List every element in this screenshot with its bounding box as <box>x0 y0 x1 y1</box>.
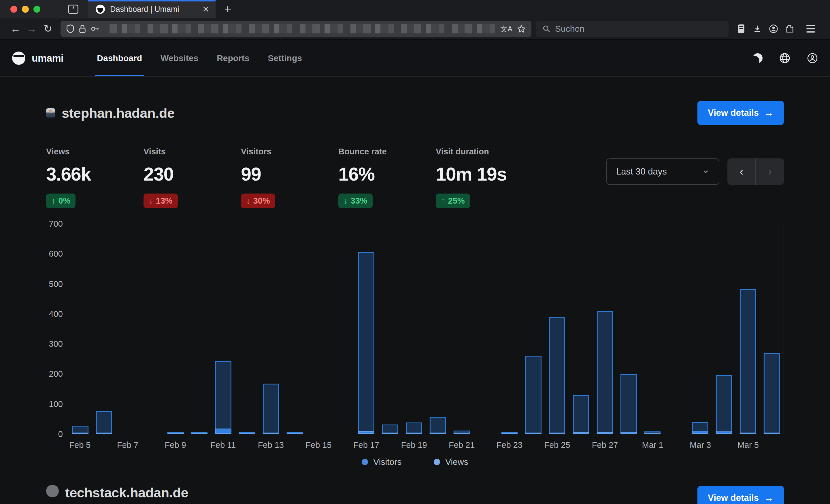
bar-views-mar-4[interactable] <box>716 375 732 434</box>
key-icon[interactable] <box>91 25 100 33</box>
bar-views-feb-19[interactable] <box>406 423 422 434</box>
bar-views-feb-11[interactable] <box>215 361 231 434</box>
bar-visitors-mar-5[interactable] <box>740 433 756 434</box>
x-tick-feb-23: Feb 23 <box>497 440 522 450</box>
bar-visitors-feb-23[interactable] <box>501 433 517 434</box>
search-bar[interactable]: Suchen <box>536 21 729 37</box>
bookmark-star-icon[interactable] <box>517 25 526 33</box>
bar-views-feb-26[interactable] <box>573 395 589 434</box>
bar-views-feb-13[interactable] <box>263 383 279 434</box>
toolbar-divider <box>802 24 802 34</box>
bar-visitors-feb-28[interactable] <box>620 432 637 434</box>
date-range-dropdown[interactable]: Last 30 days <box>606 158 719 185</box>
x-tick-feb-9: Feb 9 <box>165 440 186 450</box>
metric-change-badge: ↓30% <box>241 194 275 208</box>
bar-visitors-feb-20[interactable] <box>430 433 446 434</box>
x-tick-feb-15: Feb 15 <box>306 440 331 450</box>
chart-slot-feb-22 <box>474 224 498 434</box>
next-period-button: › <box>755 158 784 185</box>
lock-icon[interactable] <box>79 25 86 33</box>
next-view-details-button[interactable]: View details → <box>697 486 784 504</box>
chart-slot-feb-15 <box>307 224 330 434</box>
app-navbar: umami DashboardWebsitesReportsSettings <box>0 40 830 77</box>
bar-visitors-feb-17[interactable] <box>358 431 374 434</box>
next-view-details-label: View details <box>708 493 759 503</box>
firefox-view-icon[interactable] <box>733 24 749 34</box>
bar-views-feb-27[interactable] <box>597 311 613 434</box>
bar-visitors-mar-3[interactable] <box>692 431 708 434</box>
reload-button[interactable]: ↻ <box>40 23 56 35</box>
bar-visitors-feb-18[interactable] <box>382 433 398 434</box>
bar-visitors-feb-21[interactable] <box>454 433 470 434</box>
bar-views-mar-6[interactable] <box>764 353 780 434</box>
chart-slot-feb-12 <box>235 224 259 434</box>
sidebar-toggle-icon[interactable] <box>68 5 78 14</box>
close-window-button[interactable] <box>10 6 17 13</box>
bar-views-feb-24[interactable] <box>525 356 541 434</box>
umami-favicon <box>96 5 105 14</box>
brand[interactable]: umami <box>12 40 63 76</box>
chart-slot-feb-5 <box>68 224 92 434</box>
chart-slot-feb-8 <box>140 224 164 434</box>
nav-item-dashboard[interactable]: Dashboard <box>88 40 151 76</box>
bar-views-feb-17[interactable] <box>358 252 374 434</box>
bar-visitors-feb-9[interactable] <box>167 433 184 434</box>
menu-icon[interactable] <box>806 25 823 33</box>
view-details-button[interactable]: View details → <box>697 101 784 125</box>
bar-views-feb-28[interactable] <box>620 374 637 434</box>
bar-visitors-feb-12[interactable] <box>239 433 255 434</box>
tab-close-icon[interactable]: ✕ <box>202 5 209 14</box>
x-tick-feb-11: Feb 11 <box>211 440 236 450</box>
legend-dot-icon <box>362 459 368 465</box>
bar-visitors-mar-4[interactable] <box>716 431 732 434</box>
metric-visitors: Visitors99↓30% <box>241 147 338 208</box>
bar-visitors-feb-27[interactable] <box>597 432 613 434</box>
bar-visitors-feb-13[interactable] <box>263 433 279 434</box>
bar-visitors-feb-6[interactable] <box>96 433 112 434</box>
maximize-window-button[interactable] <box>33 6 40 13</box>
chart-slot-mar-6 <box>760 224 784 434</box>
arrow-up-icon: ↑ <box>441 196 445 206</box>
browser-tab[interactable]: Dashboard | Umami ✕ <box>88 0 216 19</box>
y-tick-700: 700 <box>49 219 63 229</box>
nav-item-websites[interactable]: Websites <box>151 40 208 76</box>
nav-item-settings[interactable]: Settings <box>259 40 311 76</box>
url-bar[interactable]: 文A <box>61 21 532 37</box>
metric-label: Visitors <box>241 147 338 156</box>
bar-visitors-mar-6[interactable] <box>764 433 780 434</box>
bar-visitors-feb-11[interactable] <box>215 429 231 434</box>
theme-moon-icon[interactable] <box>753 53 763 63</box>
chart-slot-feb-25 <box>545 224 569 434</box>
extensions-icon[interactable] <box>781 25 798 33</box>
arrow-right-icon: → <box>764 493 773 503</box>
minimize-window-button[interactable] <box>22 6 29 13</box>
downloads-icon[interactable] <box>749 25 765 33</box>
translate-icon[interactable]: 文A <box>500 24 512 34</box>
shield-icon[interactable] <box>66 25 74 33</box>
bar-visitors-feb-19[interactable] <box>406 433 422 434</box>
bar-views-feb-6[interactable] <box>96 411 112 434</box>
next-website-section: techstack.hadan.de View details → <box>46 485 784 504</box>
bar-visitors-feb-14[interactable] <box>287 433 303 434</box>
bar-visitors-feb-10[interactable] <box>191 433 208 434</box>
bar-views-mar-5[interactable] <box>740 289 756 434</box>
bar-visitors-mar-1[interactable] <box>644 433 661 434</box>
account-icon[interactable] <box>765 24 781 33</box>
bar-visitors-feb-26[interactable] <box>573 432 589 434</box>
x-tick-feb-5: Feb 5 <box>69 440 91 450</box>
prev-period-button[interactable]: ‹ <box>727 158 755 185</box>
bar-views-feb-20[interactable] <box>430 417 446 434</box>
bar-visitors-feb-25[interactable] <box>549 433 565 434</box>
back-button[interactable]: ← <box>7 23 24 35</box>
legend-dot-icon <box>434 459 440 465</box>
bar-visitors-feb-5[interactable] <box>72 433 88 434</box>
legend-item-views[interactable]: Views <box>434 457 468 467</box>
nav-item-reports[interactable]: Reports <box>208 40 258 76</box>
new-tab-button[interactable]: + <box>224 3 231 15</box>
bar-visitors-feb-24[interactable] <box>525 433 541 434</box>
bar-views-feb-25[interactable] <box>549 317 565 434</box>
language-globe-icon[interactable] <box>779 53 790 64</box>
chart-slot-feb-7 <box>116 224 140 434</box>
profile-icon[interactable] <box>807 53 818 64</box>
legend-item-visitors[interactable]: Visitors <box>362 457 402 467</box>
